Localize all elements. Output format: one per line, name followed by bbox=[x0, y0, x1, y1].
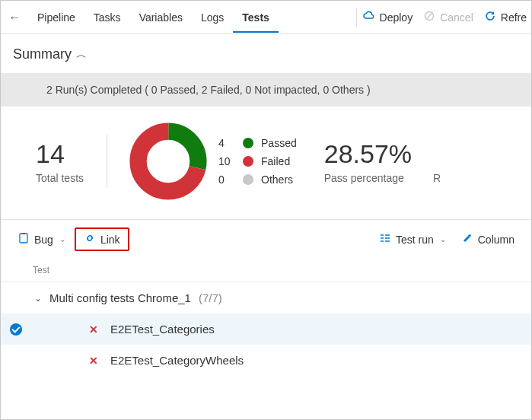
testrun-icon bbox=[379, 232, 391, 247]
tab-pipeline[interactable]: Pipeline bbox=[28, 2, 84, 33]
group-name: Multi config tests Chrome_1 bbox=[49, 291, 191, 304]
deploy-button[interactable]: Deploy bbox=[363, 10, 413, 24]
separator bbox=[356, 8, 357, 27]
cancel-label: Cancel bbox=[440, 11, 473, 24]
results-toolbar: Bug ⌄ Link Test run ⌄ Column bbox=[1, 220, 531, 259]
column-label: Column bbox=[478, 234, 514, 246]
refresh-icon bbox=[484, 10, 496, 24]
chevron-down-icon: ⌄ bbox=[59, 235, 65, 243]
total-tests-label: Total tests bbox=[36, 172, 84, 184]
runs-completed-bar: 2 Run(s) Completed ( 0 Passed, 2 Failed,… bbox=[1, 73, 531, 107]
column-options-button[interactable]: Column bbox=[455, 229, 521, 250]
pass-percentage-value: 28.57% bbox=[324, 139, 412, 169]
link-button[interactable]: Link bbox=[75, 228, 129, 251]
test-row[interactable]: ✕ E2ETest_Categories bbox=[1, 313, 531, 345]
bug-icon bbox=[18, 232, 30, 247]
failed-label: Failed bbox=[261, 155, 290, 167]
tab-variables[interactable]: Variables bbox=[130, 2, 192, 33]
cutoff-number bbox=[433, 139, 441, 169]
test-name: E2ETest_CategoryWheels bbox=[110, 354, 244, 367]
others-label: Others bbox=[261, 173, 293, 186]
tab-tests[interactable]: Tests bbox=[233, 2, 279, 33]
bug-dropdown[interactable]: Bug ⌄ bbox=[11, 229, 72, 250]
separator bbox=[107, 135, 107, 188]
tab-tasks[interactable]: Tasks bbox=[84, 2, 130, 33]
cutoff-label: R bbox=[433, 172, 441, 184]
pass-percentage-block: 28.57% Pass percentage bbox=[324, 139, 412, 184]
refresh-label: Refre bbox=[501, 11, 527, 24]
dot-failed-icon bbox=[243, 156, 253, 167]
fail-x-icon: ✕ bbox=[89, 323, 98, 336]
passed-label: Passed bbox=[261, 137, 297, 149]
cutoff-block: R bbox=[433, 139, 441, 184]
svg-rect-3 bbox=[20, 234, 27, 243]
stats-panel: 14 Total tests 4 Passed 10 Failed 0 Othe bbox=[1, 107, 531, 220]
failed-count: 10 bbox=[218, 155, 235, 167]
fail-x-icon: ✕ bbox=[89, 355, 98, 367]
deploy-label: Deploy bbox=[380, 11, 413, 24]
link-icon bbox=[84, 232, 96, 247]
refresh-button[interactable]: Refre bbox=[484, 10, 527, 24]
chevron-down-icon: ⌄ bbox=[34, 293, 42, 304]
outcome-chart: 4 Passed 10 Failed 0 Others bbox=[129, 122, 297, 201]
checked-icon[interactable] bbox=[10, 323, 22, 336]
passed-count: 4 bbox=[218, 137, 235, 149]
topbar-left: ← Pipeline Tasks Variables Logs Tests bbox=[1, 2, 350, 33]
pass-percentage-label: Pass percentage bbox=[324, 172, 412, 184]
top-tabs: Pipeline Tasks Variables Logs Tests bbox=[28, 2, 279, 33]
donut-icon bbox=[129, 122, 208, 201]
wrench-icon bbox=[461, 232, 473, 247]
group-count: (7/7) bbox=[199, 291, 222, 304]
cancel-icon bbox=[423, 10, 435, 24]
legend-failed: 10 Failed bbox=[218, 155, 297, 167]
back-icon[interactable]: ← bbox=[1, 11, 28, 24]
total-tests-value: 14 bbox=[36, 139, 84, 169]
legend: 4 Passed 10 Failed 0 Others bbox=[218, 137, 297, 186]
dot-passed-icon bbox=[243, 138, 253, 148]
others-count: 0 bbox=[218, 173, 235, 186]
testrun-label: Test run bbox=[396, 234, 434, 246]
cloud-icon bbox=[363, 10, 375, 24]
svg-line-1 bbox=[427, 14, 432, 19]
test-row[interactable]: ✕ E2ETest_CategoryWheels bbox=[1, 345, 531, 376]
summary-title: Summary bbox=[13, 46, 72, 62]
test-name: E2ETest_Categories bbox=[110, 323, 215, 336]
tab-logs[interactable]: Logs bbox=[192, 2, 233, 33]
dot-others-icon bbox=[243, 174, 253, 185]
chevron-down-icon: ⌄ bbox=[440, 235, 446, 243]
top-actions: Deploy Cancel Refre bbox=[363, 10, 531, 24]
link-label: Link bbox=[100, 234, 120, 246]
test-group-row[interactable]: ⌄ Multi config tests Chrome_1 (7/7) bbox=[1, 282, 531, 313]
checkbox-empty[interactable] bbox=[10, 355, 22, 367]
chevron-up-icon: ︿ bbox=[76, 48, 87, 62]
bug-label: Bug bbox=[34, 234, 53, 246]
total-tests-block: 14 Total tests bbox=[36, 139, 84, 184]
test-column-header[interactable]: Test bbox=[1, 259, 531, 282]
top-navbar: ← Pipeline Tasks Variables Logs Tests De… bbox=[1, 1, 531, 34]
legend-passed: 4 Passed bbox=[218, 137, 297, 149]
cancel-button: Cancel bbox=[423, 10, 473, 24]
testrun-dropdown[interactable]: Test run ⌄ bbox=[373, 229, 452, 250]
legend-others: 0 Others bbox=[218, 173, 297, 186]
summary-header[interactable]: Summary ︿ bbox=[1, 34, 531, 73]
